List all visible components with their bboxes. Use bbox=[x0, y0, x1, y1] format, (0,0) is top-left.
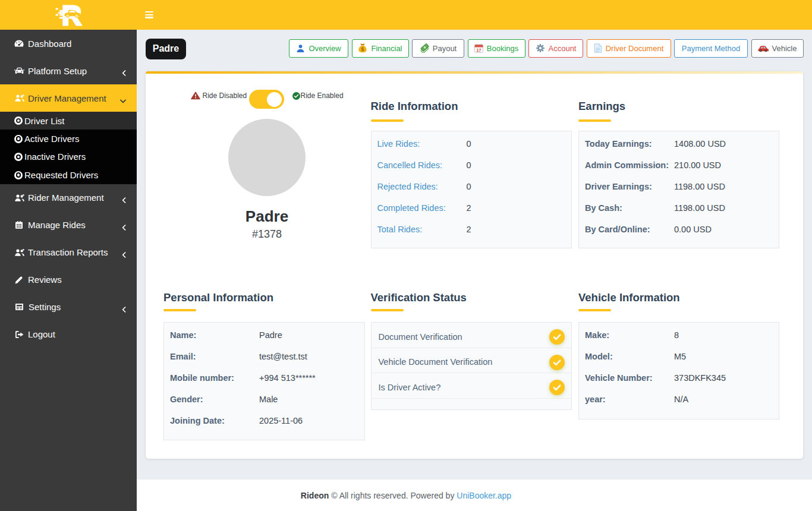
svg-text:17: 17 bbox=[476, 48, 481, 52]
